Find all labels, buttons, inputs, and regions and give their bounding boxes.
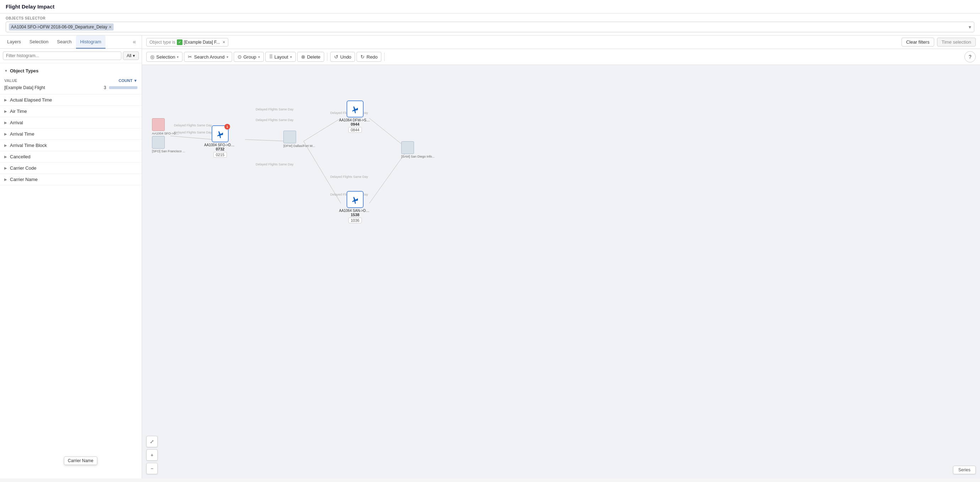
objects-selector-label: OBJECTS SELECTOR <box>6 16 974 20</box>
redo-button[interactable]: ↻ Redo <box>356 52 381 62</box>
section-actual-elapsed-time-header[interactable]: ▶ Actual Elapsed Time <box>0 94 142 105</box>
sort-icon: ▼ <box>134 78 137 83</box>
section-arrival-time-header[interactable]: ▶ Arrival Time <box>0 129 142 140</box>
filter-bar: Object type is ✓ [Example Data] F... × C… <box>142 35 980 49</box>
section-arrival-time-block: ▶ Arrival Time Block <box>0 140 142 151</box>
filter-tag: Object type is ✓ [Example Data] F... × <box>146 38 228 46</box>
clear-filters-button[interactable]: Clear filters <box>902 38 934 46</box>
histogram-content: ▼ Object Types VALUE COUNT ▼ [Example Da… <box>0 63 142 479</box>
undo-button[interactable]: ↺ Undo <box>330 52 355 62</box>
section-carrier-code-header[interactable]: ▶ Carrier Code <box>0 162 142 173</box>
help-button[interactable]: ? <box>964 51 976 62</box>
node-aa1004-square[interactable]: AA1004 SFO->DFW 2... <box>152 118 180 135</box>
section-object-types: ▼ Object Types VALUE COUNT ▼ [Example Da… <box>0 66 142 94</box>
node-aa1064-dfw-san[interactable]: AA1064 DFW->SAN ... 0944 0844 <box>339 100 371 133</box>
time-selection-button[interactable]: Time selection <box>937 38 976 46</box>
flight-icon-aa1004: 1 <box>212 125 229 142</box>
selection-icon: ◎ <box>150 54 154 60</box>
search-around-button[interactable]: ✂ Search Around ▾ <box>184 52 232 62</box>
group-icon: ⊙ <box>237 54 242 60</box>
section-arrival-header[interactable]: ▶ Arrival <box>0 117 142 128</box>
section-cancelled-header[interactable]: ▶ Cancelled <box>0 151 142 162</box>
section-air-time: ▶ Air Time <box>0 106 142 117</box>
right-panel: Object type is ✓ [Example Data] F... × C… <box>142 35 980 479</box>
chevron-right-icon: ▶ <box>4 177 7 181</box>
objects-selector-remove[interactable]: × <box>109 24 111 30</box>
node-aa1064-san-dfw[interactable]: AA1064 SAN->DFW ... 1538 1036 <box>339 191 371 223</box>
separator <box>327 52 328 61</box>
tab-histogram[interactable]: Histogram <box>76 35 105 49</box>
object-types-table: VALUE COUNT ▼ [Example Data] Flight 3 <box>0 76 142 94</box>
redo-icon: ↻ <box>360 54 365 60</box>
group-chevron-icon: ▾ <box>258 55 260 59</box>
left-panel: Layers Selection Search Histogram « All▾… <box>0 35 142 479</box>
section-air-time-header[interactable]: ▶ Air Time <box>0 106 142 117</box>
chevron-right-icon: ▶ <box>4 121 7 124</box>
histogram-filter-input[interactable] <box>3 51 121 60</box>
node-sfo[interactable]: [SFO] San Francisco ... <box>152 136 185 153</box>
count-sort-btn[interactable]: COUNT ▼ <box>119 78 137 83</box>
tab-layers[interactable]: Layers <box>3 35 25 49</box>
node-san[interactable]: [SAM] San Diego Info... <box>401 141 434 158</box>
carrier-name-tooltip: Carrier Name <box>64 457 97 465</box>
chevron-right-icon: ▶ <box>4 166 7 170</box>
filter-remove-icon[interactable]: × <box>223 40 225 45</box>
section-object-types-header[interactable]: ▼ Object Types <box>0 66 142 76</box>
node-aa1004-flight[interactable]: 1 AA1004 SFO->DFW 2... 0732 0215 <box>204 125 236 157</box>
chevron-down-icon: ▼ <box>4 69 8 73</box>
zoom-in-icon: + <box>151 452 153 458</box>
section-carrier-code: ▶ Carrier Code <box>0 162 142 174</box>
chevron-right-icon: ▶ <box>4 98 7 102</box>
section-cancelled: ▶ Cancelled <box>0 151 142 162</box>
edge-label: Delayed Flights Same Day <box>256 162 294 166</box>
histogram-filter: All▾ <box>0 49 142 63</box>
chevron-right-icon: ▶ <box>4 143 7 147</box>
histogram-filter-all[interactable]: All▾ <box>123 51 139 60</box>
section-arrival-time: ▶ Arrival Time <box>0 129 142 140</box>
action-bar: ◎ Selection ▾ ✂ Search Around ▾ ⊙ Group … <box>142 49 980 65</box>
objects-selector-input[interactable]: AA1004 SFO->DFW 2018-06-09_Departure_Del… <box>6 22 974 32</box>
group-button[interactable]: ⊙ Group ▾ <box>234 52 264 62</box>
svg-line-4 <box>369 118 405 146</box>
section-arrival-time-block-header[interactable]: ▶ Arrival Time Block <box>0 140 142 151</box>
series-button[interactable]: Series <box>953 466 976 474</box>
zoom-out-button[interactable]: − <box>146 463 158 474</box>
table-header: VALUE COUNT ▼ <box>4 77 137 84</box>
flight-icon-aa1064-san-dfw <box>347 191 364 208</box>
chevron-right-icon: ▶ <box>4 109 7 113</box>
chevron-right-icon: ▶ <box>4 132 7 136</box>
table-row: [Example Data] Flight 3 <box>4 84 137 91</box>
tab-search[interactable]: Search <box>53 35 76 49</box>
edge-label: Delayed Flights Same Day <box>330 175 368 178</box>
app-title: Flight Delay Impact <box>6 3 974 10</box>
left-panel-collapse[interactable]: « <box>130 36 139 48</box>
objects-selector-chevron-icon: ▾ <box>969 24 971 30</box>
svg-line-5 <box>369 154 405 204</box>
node-dfw[interactable]: [DFW] Dallas/Fort W... <box>283 130 315 148</box>
section-arrival: ▶ Arrival <box>0 117 142 129</box>
section-carrier-name: ▶ Carrier Name <box>0 174 142 185</box>
search-around-chevron-icon: ▾ <box>226 55 228 59</box>
zoom-in-button[interactable]: + <box>146 449 158 461</box>
bottom-right: Series <box>953 466 976 474</box>
fit-to-screen-button[interactable]: ⤢ <box>146 436 158 447</box>
filter-check-icon: ✓ <box>177 40 183 45</box>
fit-icon: ⤢ <box>150 439 154 444</box>
delete-icon: ⊗ <box>301 54 305 60</box>
delete-button[interactable]: ⊗ Delete <box>297 52 325 62</box>
bottom-controls: ⤢ + − <box>146 436 158 474</box>
layout-button[interactable]: ⠿ Layout ▾ <box>265 52 296 62</box>
selection-button[interactable]: ◎ Selection ▾ <box>146 52 183 62</box>
svg-line-1 <box>245 140 290 141</box>
tab-selection[interactable]: Selection <box>25 35 52 49</box>
section-carrier-name-header[interactable]: ▶ Carrier Name <box>0 174 142 185</box>
flight-icon-aa1064-dfw-san <box>347 100 364 118</box>
canvas-area[interactable]: Delayed Flights Same Day Delayed Flights… <box>142 65 980 479</box>
edge-label: Delayed Flights Same Day <box>256 108 294 111</box>
search-around-icon: ✂ <box>188 54 192 60</box>
left-tabs: Layers Selection Search Histogram « <box>0 35 142 49</box>
app-header: Flight Delay Impact <box>0 0 980 13</box>
zoom-out-icon: − <box>151 466 153 471</box>
layout-icon: ⠿ <box>269 54 273 60</box>
chevron-right-icon: ▶ <box>4 155 7 159</box>
